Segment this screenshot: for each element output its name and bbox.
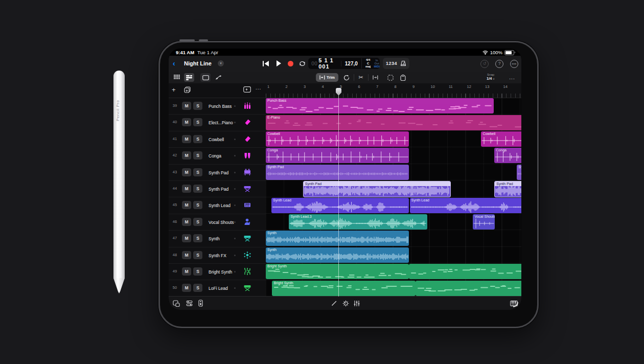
solo-button[interactable]: S	[193, 135, 202, 143]
mute-button[interactable]: M	[182, 118, 191, 126]
region-segment[interactable]	[416, 281, 521, 296]
region-synth-lead[interactable]: Synth Lead	[410, 198, 522, 213]
track-row-elect-piano[interactable]: 40MSElect...Piano	[169, 114, 266, 131]
region-vocal-shouts[interactable]: Vocal Shouts	[473, 214, 495, 230]
undo-icon[interactable]: ↺	[480, 60, 489, 68]
help-icon[interactable]: ?	[495, 60, 503, 68]
mute-button[interactable]: M	[182, 251, 191, 259]
solo-button[interactable]: S	[193, 201, 202, 209]
track-number: 43	[171, 170, 179, 174]
count-in-button[interactable]: 1234	[386, 61, 397, 66]
more-tracks-button[interactable]: ...	[256, 85, 261, 90]
track-row-lofi-lead[interactable]: 50MSLoFi Lead	[169, 280, 266, 297]
smart-controls-icon[interactable]	[341, 299, 350, 308]
track-number: 39	[171, 103, 179, 108]
project-title[interactable]: Night Line	[184, 60, 212, 66]
mute-button[interactable]: M	[182, 135, 191, 143]
region-synth-pad[interactable]: Synth Pad	[303, 181, 451, 197]
track-row-punch-bass[interactable]: 39MSPunch Bass	[169, 98, 266, 115]
region-synth-pad[interactable]: Synth Pad	[494, 181, 521, 197]
edit-pencil-icon[interactable]	[330, 299, 339, 308]
region-conga[interactable]: Conga	[494, 148, 521, 163]
mute-button[interactable]: M	[182, 234, 191, 242]
cells-view-icon[interactable]	[172, 73, 182, 82]
track-row-bright-synth[interactable]: 49MSBright Synth	[169, 263, 266, 280]
cycle-button[interactable]	[297, 58, 307, 69]
region-inspector-icon[interactable]	[200, 73, 211, 82]
region-segment[interactable]	[409, 264, 521, 279]
mute-button[interactable]: M	[182, 151, 191, 160]
track-row-synth-pad[interactable]: 43MSSynth Pad	[169, 164, 266, 181]
solo-button[interactable]: S	[193, 218, 202, 226]
mute-button[interactable]: M	[182, 284, 191, 292]
solo-button[interactable]: S	[193, 118, 202, 126]
mute-button[interactable]: M	[182, 185, 191, 193]
track-row-synth[interactable]: 47MSSynth	[169, 230, 266, 247]
loop-tool-icon[interactable]	[341, 73, 352, 82]
region-synth-pad[interactable]: Synth Pad	[517, 165, 521, 180]
back-button[interactable]: ‹	[173, 59, 175, 67]
track-state-dot	[234, 255, 236, 256]
bar-ruler[interactable]: 123456789101112131415	[266, 83, 521, 98]
region-conga[interactable]: Conga	[266, 148, 409, 163]
count-in-group[interactable]: 1234	[383, 58, 409, 69]
join-tool-icon[interactable]	[370, 73, 380, 82]
mute-button[interactable]: M	[182, 267, 191, 276]
solo-button[interactable]: S	[193, 168, 202, 176]
region-synth[interactable]: Synth	[266, 231, 409, 246]
mixer-faders-icon[interactable]	[352, 299, 361, 308]
snap-control[interactable]: Snap 1/4 ∨	[487, 73, 495, 81]
record-button[interactable]	[285, 58, 295, 69]
track-row-synth-fx[interactable]: 48MSSynth FX	[169, 247, 266, 264]
solo-button[interactable]: S	[193, 251, 202, 259]
region-bright-synth[interactable]: Bright Synth	[272, 281, 415, 296]
region-synth-pad[interactable]: Synth Pad	[266, 165, 409, 180]
region-cowbell[interactable]: Cowbell	[266, 131, 409, 147]
add-track-button[interactable]: +	[172, 86, 176, 94]
region-synth[interactable]: Synth	[266, 247, 409, 263]
metronome-icon[interactable]	[400, 60, 406, 66]
browsers-icon[interactable]	[172, 299, 181, 308]
project-chevron-down-icon[interactable]: ▾	[218, 60, 224, 66]
mute-button[interactable]: M	[182, 168, 191, 176]
region-e-piano[interactable]: E-Piano	[266, 115, 521, 130]
track-row-conga[interactable]: 42MSConga	[169, 147, 266, 164]
mixer-icon[interactable]	[185, 299, 194, 308]
solo-button[interactable]: S	[193, 185, 202, 193]
solo-button[interactable]: S	[193, 267, 202, 276]
lcd-display[interactable]: 00 5 1 1 001 127,0 4/4C maj In OutMIDI	[308, 58, 380, 69]
copy-tool-icon[interactable]	[385, 73, 396, 82]
region-cowbell[interactable]: Cowbell	[481, 131, 521, 147]
mute-button[interactable]: M	[182, 218, 191, 226]
more-toolbar-button[interactable]: ...	[507, 73, 517, 82]
mute-button[interactable]: M	[182, 201, 191, 209]
play-button[interactable]	[273, 58, 284, 69]
clock: 9:41 AM	[176, 50, 194, 55]
paste-tool-icon[interactable]	[398, 73, 408, 82]
track-row-vocal-shouts[interactable]: 46MSVocal Shouts	[169, 214, 266, 231]
bar-number: 8	[395, 84, 397, 89]
track-row-synth-pad[interactable]: 44MSSynth Pad	[169, 180, 266, 197]
skip-to-beginning-button[interactable]	[261, 58, 271, 69]
track-row-cowbell[interactable]: 41MSCowbell	[169, 131, 266, 148]
more-circle-icon[interactable]: •••	[510, 60, 518, 68]
plugins-icon[interactable]	[196, 299, 205, 308]
track-panel-button[interactable]	[243, 86, 251, 93]
solo-button[interactable]: S	[193, 102, 202, 110]
automation-icon[interactable]	[213, 73, 223, 82]
region-synth-lead[interactable]: Synth Lead	[271, 198, 409, 213]
track-name: Bright Synth	[209, 269, 232, 275]
mute-button[interactable]: M	[182, 102, 191, 110]
region-bright-synth[interactable]: Bright Synth	[266, 264, 409, 279]
region-punch-bass[interactable]: Punch Bass	[266, 98, 494, 113]
trim-tool-button[interactable]: Trim	[316, 73, 338, 82]
region-synth-lead-3[interactable]: Synth Lead.3	[289, 214, 427, 230]
solo-button[interactable]: S	[193, 284, 202, 292]
split-tool-icon[interactable]: ✂	[356, 73, 366, 82]
duplicate-track-button[interactable]	[184, 86, 191, 93]
track-row-synth-lead[interactable]: 45MSSynth Lead	[169, 197, 266, 214]
bar-number: 1	[267, 84, 269, 89]
solo-button[interactable]: S	[193, 234, 202, 242]
solo-button[interactable]: S	[193, 151, 202, 160]
tracks-view-icon[interactable]	[184, 73, 194, 82]
